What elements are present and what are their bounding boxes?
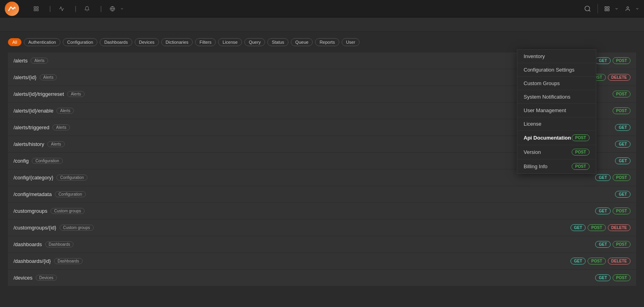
api-methods: GETPOST <box>595 208 630 214</box>
filter-tag-query[interactable]: Query <box>244 38 265 46</box>
api-methods: GET <box>615 191 630 198</box>
filter-row: AllAuthenticationConfigurationDashboards… <box>8 38 636 46</box>
api-row[interactable]: /customgroups/{id}Custom groupsGETPOSTDE… <box>8 220 636 236</box>
filter-tag-configuration[interactable]: Configuration <box>63 38 97 46</box>
api-row[interactable]: /devicesDevicesGETPOST <box>8 270 636 286</box>
api-path: /dashboards <box>14 241 42 247</box>
nav-home[interactable] <box>29 0 45 17</box>
method-badge-post[interactable]: POST <box>613 241 630 248</box>
method-badge-get[interactable]: GET <box>615 191 630 198</box>
method-badge-delete[interactable]: DELETE <box>608 258 630 264</box>
svg-line-7 <box>589 10 590 11</box>
api-row[interactable]: /dashboards/{id}DashboardsGETPOSTDELETE <box>8 253 636 270</box>
method-badge-post[interactable]: POST <box>588 224 605 231</box>
method-badge-get[interactable]: GET <box>595 274 611 281</box>
dropdown-item-license[interactable]: License <box>517 117 596 131</box>
dropdown-item-label: Billing Info <box>524 163 547 169</box>
filter-tag-dashboards[interactable]: Dashboards <box>100 38 132 46</box>
nav-data-explorer[interactable] <box>55 0 71 17</box>
filter-tag-filters[interactable]: Filters <box>195 38 216 46</box>
api-path: /alerts/triggered <box>14 124 49 130</box>
dropdown-item-api-documentation[interactable]: Api DocumentationPOST <box>517 131 596 145</box>
nav-user-button[interactable] <box>625 6 639 12</box>
dropdown-item-inventory[interactable]: Inventory <box>517 50 596 63</box>
filter-tag-status[interactable]: Status <box>267 38 288 46</box>
api-row-left: /dashboards/{id}Dashboards <box>14 258 571 264</box>
dropdown-item-label: System Notifications <box>524 94 571 100</box>
logo[interactable] <box>5 2 21 16</box>
method-badge-get[interactable]: GET <box>571 224 586 231</box>
method-badge-get[interactable]: GET <box>595 208 611 214</box>
api-row[interactable]: /dashboardsDashboardsGETPOST <box>8 236 636 253</box>
search-button[interactable] <box>584 5 591 12</box>
api-path: /alerts/{id} <box>14 74 37 80</box>
dropdown-item-system-notifications[interactable]: System Notifications <box>517 90 596 104</box>
api-path: /alerts/history <box>14 141 44 147</box>
nav-management-button[interactable] <box>604 6 619 12</box>
filter-tag-devices[interactable]: Devices <box>135 38 159 46</box>
api-path: /config/metadata <box>14 191 52 197</box>
dropdown-item-billing-info[interactable]: Billing InfoPOST <box>517 159 596 173</box>
api-tag: Dashboards <box>45 241 74 247</box>
filter-tag-license[interactable]: License <box>218 38 242 46</box>
filter-tag-queue[interactable]: Queue <box>291 38 313 46</box>
dropdown-item-methods: POST <box>572 134 590 141</box>
breadcrumb <box>0 17 644 32</box>
method-badge-get[interactable]: GET <box>615 141 630 148</box>
filter-tag-dictionaries[interactable]: Dictionaries <box>161 38 193 46</box>
dropdown-item-methods: POST <box>572 149 590 155</box>
svg-rect-0 <box>34 6 36 8</box>
api-tag: Configuration <box>56 175 87 181</box>
dropdown-item-user-management[interactable]: User Management <box>517 104 596 117</box>
api-row[interactable]: /customgroupsCustom groupsGETPOST <box>8 203 636 220</box>
filter-tag-authentication[interactable]: Authentication <box>24 38 60 46</box>
nav-items: | | | <box>29 0 584 17</box>
api-tag: Alerts <box>67 91 85 97</box>
method-badge-get[interactable]: GET <box>615 157 630 164</box>
method-badge-get[interactable]: GET <box>595 241 611 248</box>
filter-tag-reports[interactable]: Reports <box>315 38 339 46</box>
method-badge-post[interactable]: POST <box>588 258 605 264</box>
api-path: /alerts/{id}/enable <box>14 108 53 114</box>
api-methods: GETPOSTDELETE <box>571 224 630 231</box>
api-tag: Alerts <box>52 124 70 130</box>
method-badge-get[interactable]: GET <box>595 57 611 64</box>
method-badge-get[interactable]: GET <box>595 174 611 181</box>
method-badge-get[interactable]: GET <box>615 124 630 131</box>
api-tag: Custom groups <box>60 225 94 231</box>
method-badge-post[interactable]: POST <box>613 107 630 114</box>
api-tag: Devices <box>36 275 57 281</box>
method-badge-post[interactable]: POST <box>613 174 630 181</box>
top-navigation: | | | <box>0 0 644 17</box>
api-row-left: /alertsAlerts <box>14 58 595 64</box>
nav-sep-2: | <box>75 5 76 12</box>
api-methods: GETPOSTDELETE <box>571 258 630 264</box>
nav-right-sep <box>598 4 598 14</box>
management-dropdown: InventoryConfiguration SettingsCustom Gr… <box>517 49 596 174</box>
method-badge-delete[interactable]: DELETE <box>608 74 630 81</box>
svg-rect-3 <box>37 9 38 11</box>
method-badge-post[interactable]: POST <box>613 274 630 281</box>
api-methods: GET <box>615 124 630 131</box>
dropdown-item-custom-groups[interactable]: Custom Groups <box>517 77 596 90</box>
api-methods: GETPOST <box>595 174 630 181</box>
dropdown-item-version[interactable]: VersionPOST <box>517 145 596 159</box>
nav-bgp-data[interactable] <box>106 0 128 17</box>
api-row[interactable]: /config/metadataConfigurationGET <box>8 186 636 203</box>
method-badge-post[interactable]: POST <box>613 57 630 64</box>
svg-rect-11 <box>607 9 609 11</box>
nav-alerts[interactable] <box>80 0 96 17</box>
filter-tag-user[interactable]: User <box>342 38 360 46</box>
filter-tag-all[interactable]: All <box>8 38 21 46</box>
method-badge-delete[interactable]: DELETE <box>608 224 630 231</box>
api-path: /config <box>14 158 29 164</box>
method-badge-post[interactable]: POST <box>613 208 630 214</box>
svg-point-12 <box>627 6 629 8</box>
method-badge-post[interactable]: POST <box>613 91 630 97</box>
dropdown-item-configuration-settings[interactable]: Configuration Settings <box>517 63 596 77</box>
logo-icon <box>5 2 19 16</box>
method-badge-get[interactable]: GET <box>571 258 586 264</box>
dropdown-item-label: Inventory <box>524 53 545 59</box>
dropdown-method-badge: POST <box>572 149 590 155</box>
api-methods: GETPOST <box>595 241 630 248</box>
